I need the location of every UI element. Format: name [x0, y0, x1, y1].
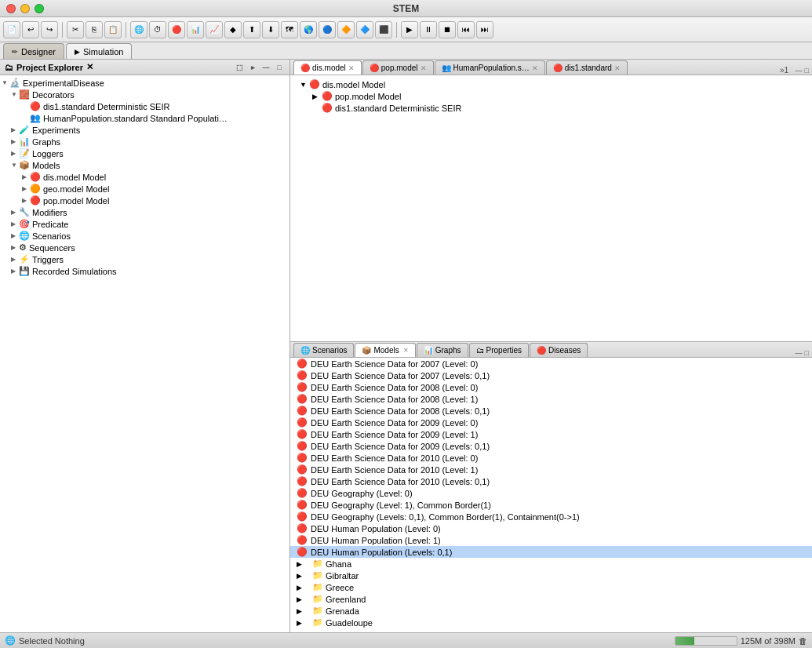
tree-item-scenarios[interactable]: ▶ 🌐 Scenarios — [0, 230, 289, 242]
bottom-tab-models[interactable]: 📦 Models ✕ — [355, 343, 415, 357]
toolbar-btn-paste[interactable]: 📋 — [104, 21, 122, 38]
editor-model-item-popmodel[interactable]: ▶ 🔴 pop.model Model — [297, 90, 806, 102]
toolbar-btn-3[interactable]: 🔴 — [168, 21, 185, 38]
toolbar-btn-2[interactable]: ⏱ — [149, 21, 166, 38]
folder-item-greenland[interactable]: ▶ 📁 Greenland — [290, 593, 812, 605]
toolbar-btn-5[interactable]: 📈 — [206, 21, 223, 38]
toolbar-btn-13[interactable]: 🔷 — [356, 21, 373, 38]
list-item-deu-es-2010-0[interactable]: 🔴 DEU Earth Science Data for 2010 (Level… — [290, 452, 812, 464]
tree-item-humanpopulation[interactable]: 👥 HumanPopulation.standard Standard Popu… — [0, 112, 289, 124]
tree-item-loggers[interactable]: ▶ 📝 Loggers — [0, 147, 289, 159]
list-item-deu-es-2007-0[interactable]: 🔴 DEU Earth Science Data for 2007 (Level… — [290, 358, 812, 370]
humanpop-tab-close[interactable]: ✕ — [532, 64, 538, 72]
folder-item-greece[interactable]: ▶ 📁 Greece — [290, 581, 812, 593]
tree-item-graphs[interactable]: ▶ 📊 Graphs — [0, 136, 289, 147]
bottom-maximize-btn[interactable]: □ — [805, 349, 809, 357]
folder-item-guadeloupe[interactable]: ▶ 📁 Guadeloupe — [290, 617, 812, 628]
minimize-button[interactable] — [20, 4, 30, 13]
tree-item-experiments[interactable]: ▶ 🧪 Experiments — [0, 124, 289, 136]
toolbar-btn-11[interactable]: 🔵 — [319, 21, 336, 38]
status-label: Selected Nothing — [19, 636, 85, 646]
expand-button[interactable]: ▸ — [247, 62, 258, 73]
toolbar-btn-4[interactable]: 📊 — [187, 21, 204, 38]
toolbar-btn-8[interactable]: ⬇ — [262, 21, 279, 38]
list-item-deu-geo-1[interactable]: 🔴 DEU Geography (Level: 1), Common Borde… — [290, 499, 812, 511]
list-item-deu-es-2008-1[interactable]: 🔴 DEU Earth Science Data for 2008 (Level… — [290, 393, 812, 405]
editor-tab-overflow[interactable]: »1 — [780, 66, 788, 75]
list-item-deu-es-2010-01[interactable]: 🔴 DEU Earth Science Data for 2010 (Level… — [290, 475, 812, 487]
editor-maximize-btn[interactable]: □ — [805, 67, 809, 75]
list-item-deu-es-2009-0[interactable]: 🔴 DEU Earth Science Data for 2009 (Level… — [290, 417, 812, 428]
toolbar-btn-12[interactable]: 🔶 — [337, 21, 355, 38]
list-item-deu-geo-0[interactable]: 🔴 DEU Geography (Level: 0) — [290, 487, 812, 499]
dis1standard-tab-close[interactable]: ✕ — [614, 64, 621, 72]
toolbar-btn-14[interactable]: ⬛ — [375, 21, 392, 38]
editor-tab-humanpop[interactable]: 👥 HumanPopulation.s… ✕ — [435, 60, 545, 75]
minimize-panel-button[interactable]: — — [260, 62, 271, 73]
toolbar-btn-7[interactable]: ⬆ — [243, 21, 260, 38]
step-back-button[interactable]: ⏮ — [457, 21, 475, 38]
play-button[interactable]: ▶ — [401, 21, 418, 38]
tree-item-modifiers[interactable]: ▶ 🔧 Modifiers — [0, 206, 289, 218]
models-tab-close[interactable]: ✕ — [403, 347, 409, 354]
toolbar-btn-9[interactable]: 🗺 — [281, 21, 298, 38]
tree-item-popmodel[interactable]: ▶ 🔴 pop.model Model — [0, 195, 289, 206]
toolbar-btn-new[interactable]: 📄 — [3, 21, 20, 38]
list-item-deu-es-2009-01[interactable]: 🔴 DEU Earth Science Data for 2009 (Level… — [290, 440, 812, 452]
tree-item-models[interactable]: ▼ 📦 Models — [0, 159, 289, 171]
editor-model-item-dismodel[interactable]: ▼ 🔴 dis.model Model — [297, 78, 806, 90]
maximize-button[interactable] — [35, 4, 44, 13]
step-forward-button[interactable]: ⏭ — [476, 21, 493, 38]
popmodel-tab-close[interactable]: ✕ — [421, 64, 427, 72]
dismodel-tab-close[interactable]: ✕ — [348, 64, 355, 72]
maximize-panel-button[interactable]: □ — [274, 62, 285, 73]
tree-item-sequencers[interactable]: ▶ ⚙ Sequencers — [0, 242, 289, 253]
stop-button[interactable]: ⏹ — [439, 21, 456, 38]
tree-item-experimentaldisease[interactable]: ▼ 🔬 ExperimentalDisease — [0, 77, 289, 89]
editor-minimize-btn[interactable]: — — [796, 67, 803, 75]
editor-tab-dis1standard[interactable]: 🔴 dis1.standard ✕ — [546, 60, 628, 75]
pause-button[interactable]: ⏸ — [420, 21, 437, 38]
close-button[interactable] — [6, 4, 16, 13]
list-item-deu-es-2008-0[interactable]: 🔴 DEU Earth Science Data for 2008 (Level… — [290, 381, 812, 393]
list-item-deu-es-2008-01[interactable]: 🔴 DEU Earth Science Data for 2008 (Level… — [290, 405, 812, 417]
list-item-deu-es-2009-1[interactable]: 🔴 DEU Earth Science Data for 2009 (Level… — [290, 428, 812, 440]
toolbar-btn-6[interactable]: ◆ — [224, 21, 242, 38]
tree-item-recorded-simulations[interactable]: ▶ 💾 Recorded Simulations — [0, 265, 289, 277]
bottom-tab-diseases[interactable]: 🔴 Diseases — [530, 343, 588, 357]
designer-tab[interactable]: ✏ Designer — [3, 43, 64, 59]
list-item-deu-hp-01[interactable]: 🔴 DEU Human Population (Levels: 0,1) — [290, 546, 812, 558]
collapse-all-button[interactable]: ⬚ — [234, 62, 245, 73]
toolbar-btn-1[interactable]: 🌐 — [130, 21, 147, 38]
editor-content: ▼ 🔴 dis.model Model ▶ 🔴 pop.model Model … — [290, 75, 812, 341]
dismodel-content-label: dis.model Model — [322, 80, 385, 89]
folder-item-grenada[interactable]: ▶ 📁 Grenada — [290, 605, 812, 617]
bottom-tab-scenarios[interactable]: 🌐 Scenarios — [293, 343, 354, 357]
list-item-deu-es-2010-1[interactable]: 🔴 DEU Earth Science Data for 2010 (Level… — [290, 464, 812, 475]
tree-item-predicate[interactable]: ▶ 🎯 Predicate — [0, 218, 289, 230]
dis1standard-content-icon: 🔴 — [322, 103, 333, 113]
tree-item-triggers[interactable]: ▶ ⚡ Triggers — [0, 253, 289, 265]
tree-item-decorators[interactable]: ▼ 🧱 Decorators — [0, 89, 289, 100]
folder-item-gibraltar[interactable]: ▶ 📁 Gibraltar — [290, 570, 812, 581]
folder-item-ghana[interactable]: ▶ 📁 Ghana — [290, 558, 812, 570]
toolbar-btn-redo[interactable]: ↪ — [41, 21, 58, 38]
tree-item-dis1standard[interactable]: 🔴 dis1.standard Deterministic SEIR — [0, 100, 289, 112]
simulation-tab[interactable]: ▶ Simulation — [66, 43, 132, 59]
toolbar-btn-copy[interactable]: ⎘ — [86, 21, 103, 38]
editor-model-item-dis1standard[interactable]: 🔴 dis1.standard Deterministic SEIR — [297, 102, 806, 114]
list-item-deu-hp-1[interactable]: 🔴 DEU Human Population (Level: 1) — [290, 534, 812, 546]
tree-item-geomodel[interactable]: ▶ 🟠 geo.model Model — [0, 183, 289, 195]
list-item-deu-es-2007-01[interactable]: 🔴 DEU Earth Science Data for 2007 (Level… — [290, 370, 812, 381]
toolbar-btn-undo[interactable]: ↩ — [22, 21, 39, 38]
list-item-deu-hp-0[interactable]: 🔴 DEU Human Population (Level: 0) — [290, 522, 812, 534]
list-item-deu-geo-01[interactable]: 🔴 DEU Geography (Levels: 0,1), Common Bo… — [290, 511, 812, 522]
toolbar-btn-cut[interactable]: ✂ — [67, 21, 84, 38]
toolbar-btn-10[interactable]: 🌎 — [300, 21, 317, 38]
editor-tab-dismodel[interactable]: 🔴 dis.model ✕ — [293, 60, 362, 75]
bottom-tab-properties[interactable]: 🗂 Properties — [469, 343, 530, 357]
editor-tab-popmodel[interactable]: 🔴 pop.model ✕ — [362, 60, 434, 75]
bottom-tab-graphs[interactable]: 📊 Graphs — [417, 343, 468, 357]
tree-item-dismodel[interactable]: ▶ 🔴 dis.model Model — [0, 171, 289, 183]
bottom-minimize-btn[interactable]: — — [796, 349, 803, 357]
